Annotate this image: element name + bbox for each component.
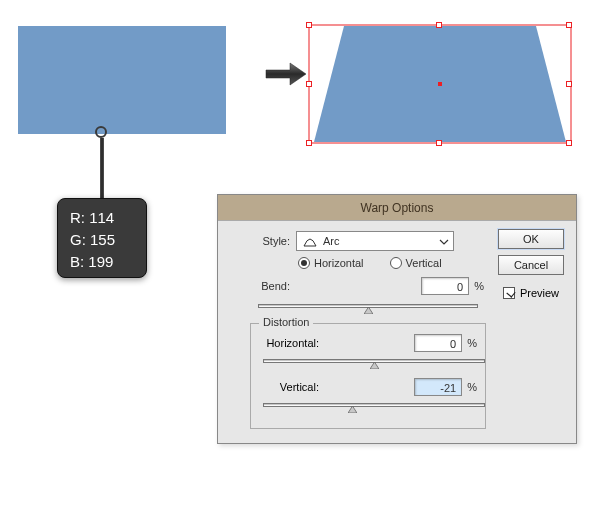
rect-before — [18, 26, 226, 134]
selection-handle[interactable] — [566, 140, 572, 146]
bend-slider[interactable] — [258, 301, 478, 313]
rect-after — [308, 14, 572, 154]
selection-handle[interactable] — [566, 81, 572, 87]
svg-marker-2 — [364, 307, 373, 314]
pct-label: % — [474, 280, 484, 292]
selection-handle[interactable] — [436, 140, 442, 146]
selection-handle[interactable] — [566, 22, 572, 28]
slider-thumb-icon — [348, 406, 357, 413]
checkbox-icon — [503, 287, 515, 299]
selection-handle[interactable] — [436, 22, 442, 28]
pct-label: % — [467, 337, 477, 349]
orientation-horizontal[interactable]: Horizontal — [298, 257, 364, 269]
distortion-legend: Distortion — [259, 316, 313, 328]
radio-icon — [390, 257, 402, 269]
dist-vertical-slider[interactable] — [263, 400, 485, 412]
orientation-horizontal-label: Horizontal — [314, 257, 364, 269]
bend-input[interactable]: 0 — [421, 277, 469, 295]
slider-thumb-icon — [364, 307, 373, 314]
color-pin-line — [100, 138, 104, 200]
dialog-title: Warp Options — [218, 195, 576, 221]
orientation-vertical-label: Vertical — [406, 257, 442, 269]
arc-icon — [303, 235, 317, 247]
style-value: Arc — [323, 235, 340, 247]
svg-marker-4 — [348, 406, 357, 413]
cancel-button[interactable]: Cancel — [498, 255, 564, 275]
color-b: B: 199 — [70, 251, 134, 273]
preview-label: Preview — [520, 287, 559, 299]
selection-center-icon — [438, 82, 442, 86]
slider-thumb-icon — [370, 362, 379, 369]
warp-options-dialog: Warp Options Style: Arc Horizontal — [217, 194, 577, 444]
svg-marker-3 — [370, 362, 379, 369]
arrow-right-icon — [264, 60, 308, 88]
color-r: R: 114 — [70, 207, 134, 229]
dist-horizontal-label: Horizontal: — [259, 337, 319, 349]
dist-horizontal-slider[interactable] — [263, 356, 485, 368]
radio-icon — [298, 257, 310, 269]
preview-checkbox[interactable]: Preview — [503, 287, 559, 299]
dist-vertical-input[interactable]: -21 — [414, 378, 462, 396]
color-values-box: R: 114 G: 155 B: 199 — [57, 198, 147, 278]
ok-button[interactable]: OK — [498, 229, 564, 249]
style-label: Style: — [232, 235, 290, 247]
chevron-down-icon — [439, 237, 449, 247]
pct-label: % — [467, 381, 477, 393]
dist-horizontal-input[interactable]: 0 — [414, 334, 462, 352]
selection-handle[interactable] — [306, 22, 312, 28]
style-select[interactable]: Arc — [296, 231, 454, 251]
color-pin-ring-icon — [95, 126, 107, 138]
selection-handle[interactable] — [306, 81, 312, 87]
distortion-group: Distortion Horizontal: 0 % Vertical: — [250, 323, 486, 429]
bend-label: Bend: — [232, 280, 290, 292]
selection-handle[interactable] — [306, 140, 312, 146]
color-g: G: 155 — [70, 229, 134, 251]
orientation-vertical[interactable]: Vertical — [390, 257, 442, 269]
dist-vertical-label: Vertical: — [259, 381, 319, 393]
